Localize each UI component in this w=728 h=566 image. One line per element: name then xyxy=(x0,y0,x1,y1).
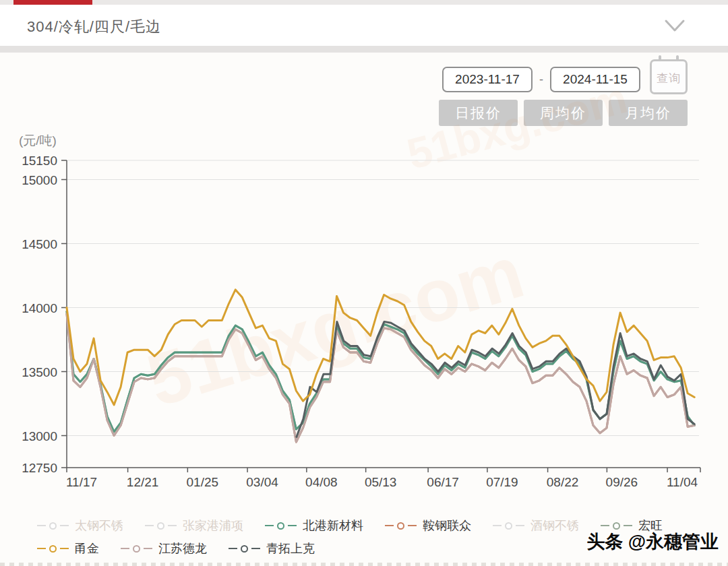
date-to-input[interactable]: 2024-11-15 xyxy=(550,67,640,92)
legend-line-icon xyxy=(144,548,152,549)
svg-text:11/04: 11/04 xyxy=(667,475,698,489)
legend-line-icon xyxy=(168,525,177,526)
legend-circle-icon xyxy=(49,545,57,553)
legend-item-鞍钢联众[interactable]: 鞍钢联众 xyxy=(385,517,471,534)
legend-line-icon xyxy=(229,548,237,549)
legend-circle-icon xyxy=(277,522,284,530)
svg-text:15150: 15150 xyxy=(22,154,57,168)
legend-line-icon xyxy=(37,525,46,526)
legend-circle-icon xyxy=(157,522,164,530)
svg-text:04/08: 04/08 xyxy=(305,475,338,489)
svg-text:07/19: 07/19 xyxy=(486,475,518,489)
legend-line-icon xyxy=(624,525,632,526)
price-chart: 1515015000145001400013500130001275011/17… xyxy=(0,128,728,512)
legend-label: 江苏德龙 xyxy=(158,540,207,557)
legend-label: 青拓上克 xyxy=(266,540,315,557)
legend-line-icon xyxy=(121,548,129,549)
query-button-label: 查询 xyxy=(652,71,686,86)
svg-text:12/21: 12/21 xyxy=(127,475,159,489)
legend-label: 太钢不锈 xyxy=(75,517,123,534)
svg-text:08/22: 08/22 xyxy=(547,475,579,489)
product-selector-row[interactable]: 304/冷轧/四尺/毛边 xyxy=(0,5,728,46)
legend-line-icon xyxy=(288,525,297,526)
legend-label: 甬金 xyxy=(75,540,99,557)
divider xyxy=(0,46,728,53)
weekly-average-button[interactable]: 周均价 xyxy=(524,100,603,126)
legend-line-icon xyxy=(60,525,69,526)
legend-line-icon xyxy=(493,525,502,526)
svg-text:05/13: 05/13 xyxy=(365,475,397,489)
top-tab-strip xyxy=(0,0,728,5)
svg-text:13000: 13000 xyxy=(22,429,57,443)
series-line-青拓上克 xyxy=(297,321,694,437)
legend-line-icon xyxy=(265,525,274,526)
svg-text:13500: 13500 xyxy=(22,365,57,379)
chevron-down-icon[interactable] xyxy=(663,15,686,36)
calendar-ring-icon xyxy=(676,55,679,61)
legend-label: 北港新材料 xyxy=(303,517,363,534)
legend-line-icon xyxy=(601,525,609,526)
watermark-stamp: 头条 @永穗管业 xyxy=(586,530,719,554)
legend-item-甬金[interactable]: 甬金 xyxy=(37,540,99,557)
svg-text:06/17: 06/17 xyxy=(427,475,459,489)
svg-text:14000: 14000 xyxy=(22,301,57,315)
legend-line-icon xyxy=(516,525,524,526)
legend-label: 张家港浦项 xyxy=(183,517,243,534)
page-title: 304/冷轧/四尺/毛边 xyxy=(27,17,161,37)
svg-text:14500: 14500 xyxy=(22,237,57,251)
svg-text:12750: 12750 xyxy=(22,461,57,475)
legend-item-太钢不锈[interactable]: 太钢不锈 xyxy=(37,517,123,534)
legend-line-icon xyxy=(385,525,394,526)
svg-text:15000: 15000 xyxy=(22,173,57,187)
legend-item-青拓上克[interactable]: 青拓上克 xyxy=(229,540,315,557)
monthly-average-button[interactable]: 月均价 xyxy=(609,100,688,126)
date-from-input[interactable]: 2023-11-17 xyxy=(442,67,533,92)
legend-circle-icon xyxy=(505,522,512,530)
date-range-controls: 2023-11-17 - 2024-11-15 查询 xyxy=(442,65,688,94)
chart-canvas: 1515015000145001400013500130001275011/17… xyxy=(0,128,728,512)
legend-circle-icon xyxy=(133,545,140,553)
svg-text:09/26: 09/26 xyxy=(606,475,638,489)
svg-text:01/25: 01/25 xyxy=(187,475,219,489)
legend-circle-icon xyxy=(49,522,57,530)
legend-item-酒钢不锈[interactable]: 酒钢不锈 xyxy=(493,517,579,534)
dotted-border xyxy=(0,563,728,566)
svg-text:03/04: 03/04 xyxy=(246,475,278,489)
svg-text:11/17: 11/17 xyxy=(66,475,97,489)
period-buttons: 日报价 周均价 月均价 xyxy=(439,100,688,126)
legend-label: 酒钢不锈 xyxy=(530,517,579,534)
query-calendar-button[interactable]: 查询 xyxy=(650,59,688,94)
legend-circle-icon xyxy=(397,522,404,530)
calendar-ring-icon xyxy=(659,55,661,61)
legend-label: 鞍钢联众 xyxy=(423,517,471,534)
legend-circle-icon xyxy=(241,545,248,553)
price-widget: 304/冷轧/四尺/毛边 2023-11-17 - 2024-11-15 查询 … xyxy=(0,0,728,566)
legend-item-北港新材料[interactable]: 北港新材料 xyxy=(265,517,363,534)
legend-circle-icon xyxy=(613,522,620,530)
legend-line-icon xyxy=(145,525,154,526)
daily-price-button[interactable]: 日报价 xyxy=(439,100,518,126)
legend-item-张家港浦项[interactable]: 张家港浦项 xyxy=(145,517,243,534)
legend-item-江苏德龙[interactable]: 江苏德龙 xyxy=(121,540,207,557)
series-line-甬金 xyxy=(67,290,694,405)
legend-line-icon xyxy=(408,525,417,526)
legend-line-icon xyxy=(37,548,46,549)
active-tab-indicator xyxy=(13,0,92,5)
legend-line-icon xyxy=(251,548,260,549)
legend-line-icon xyxy=(60,548,69,549)
date-separator: - xyxy=(533,73,550,87)
